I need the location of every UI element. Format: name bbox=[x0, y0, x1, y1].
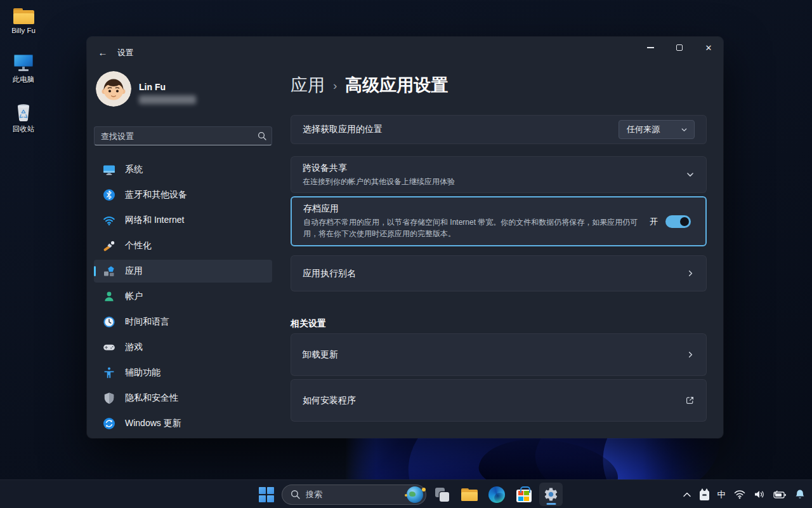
sidebar-item-accessibility[interactable]: 辅助功能 bbox=[94, 361, 272, 384]
setting-row-app-source: 选择获取应用的位置 任何来源 bbox=[291, 115, 707, 144]
related-settings-header: 相关设置 bbox=[291, 318, 326, 330]
desktop-icon-label: 回收站 bbox=[3, 124, 44, 134]
window-controls: ✕ bbox=[636, 37, 723, 58]
settings-search-box[interactable] bbox=[94, 126, 272, 145]
maximize-button[interactable] bbox=[665, 37, 694, 58]
tray-app-icon[interactable] bbox=[700, 489, 709, 500]
search-icon bbox=[291, 490, 300, 499]
setting-description: 在连接到你的帐户的其他设备上继续应用体验 bbox=[303, 176, 686, 187]
wifi-status-icon[interactable] bbox=[734, 490, 745, 499]
edge-button[interactable] bbox=[485, 483, 508, 506]
wallpaper-bloom bbox=[346, 437, 726, 479]
sidebar-item-label: 时间和语言 bbox=[125, 316, 169, 328]
sidebar-item-label: 个性化 bbox=[125, 240, 152, 251]
external-link-icon bbox=[685, 396, 695, 405]
setting-row-app-execution-aliases[interactable]: 应用执行别名 bbox=[291, 255, 707, 291]
desktop-icon-billy-fu[interactable]: Billy Fu bbox=[3, 5, 44, 34]
breadcrumb-parent[interactable]: 应用 bbox=[291, 74, 325, 97]
desktop-icon-this-pc[interactable]: 此电脑 bbox=[3, 53, 44, 84]
gamepad-icon bbox=[103, 341, 115, 354]
settings-window: ← 设置 ✕ Lin Fu bbox=[87, 37, 723, 438]
taskbar-search-placeholder: 搜索 bbox=[306, 489, 401, 500]
notification-bell-icon[interactable] bbox=[795, 489, 805, 500]
volume-status-icon[interactable] bbox=[754, 490, 765, 499]
desktop-icon-recycle-bin[interactable]: 回收站 bbox=[3, 103, 44, 134]
sidebar-item-label: 网络和 Internet bbox=[125, 215, 184, 226]
sidebar-item-personalization[interactable]: 个性化 bbox=[94, 234, 272, 257]
chevron-down-icon[interactable] bbox=[686, 170, 695, 179]
sidebar-item-windows-update[interactable]: Windows 更新 bbox=[94, 412, 272, 435]
breadcrumb-separator-icon: › bbox=[333, 79, 337, 93]
sidebar-item-gaming[interactable]: 游戏 bbox=[94, 336, 272, 359]
page-title: 高级应用设置 bbox=[345, 74, 448, 97]
battery-status-icon[interactable] bbox=[773, 490, 787, 499]
shield-icon bbox=[103, 392, 115, 404]
brush-icon bbox=[103, 239, 115, 252]
folder-icon bbox=[3, 5, 44, 24]
back-arrow-icon: ← bbox=[98, 47, 108, 58]
chevron-down-icon bbox=[681, 126, 688, 133]
window-title: 设置 bbox=[117, 48, 133, 58]
sidebar-item-bluetooth-devices[interactable]: 蓝牙和其他设备 bbox=[94, 184, 272, 206]
profile-name: Lin Fu bbox=[139, 82, 166, 92]
settings-gear-icon bbox=[543, 486, 559, 502]
sidebar-item-accounts[interactable]: 帐户 bbox=[94, 285, 272, 308]
desktop-icon-label: 此电脑 bbox=[3, 75, 44, 84]
task-view-button[interactable] bbox=[430, 483, 454, 506]
chevron-right-icon bbox=[686, 269, 695, 277]
taskbar: 搜索 中 bbox=[0, 479, 812, 508]
settings-app-button[interactable] bbox=[539, 483, 563, 506]
ime-indicator[interactable]: 中 bbox=[717, 489, 726, 500]
close-icon: ✕ bbox=[705, 44, 712, 52]
task-view-icon bbox=[435, 488, 449, 502]
recycle-bin-icon bbox=[3, 103, 44, 122]
taskbar-search[interactable]: 搜索 bbox=[282, 485, 426, 505]
edge-icon bbox=[488, 486, 505, 503]
sidebar-item-label: 应用 bbox=[125, 265, 143, 277]
clock-icon bbox=[103, 316, 115, 328]
setting-row-cross-device-sharing[interactable]: 跨设备共享 在连接到你的帐户的其他设备上继续应用体验 bbox=[291, 156, 707, 193]
system-icon bbox=[103, 163, 115, 176]
close-button[interactable]: ✕ bbox=[694, 37, 723, 58]
sidebar-item-apps[interactable]: 应用 bbox=[94, 260, 272, 283]
sidebar-item-time-language[interactable]: 时间和语言 bbox=[94, 311, 272, 333]
archive-apps-toggle[interactable] bbox=[665, 215, 691, 228]
minimize-button[interactable] bbox=[636, 37, 665, 58]
this-pc-icon bbox=[3, 53, 44, 72]
apps-icon bbox=[103, 265, 115, 277]
setting-title: 选择获取应用的位置 bbox=[303, 124, 383, 135]
search-highlight-globe-icon[interactable] bbox=[407, 486, 423, 503]
toggle-knob bbox=[680, 217, 689, 226]
sidebar-item-label: 辅助功能 bbox=[125, 367, 160, 378]
search-icon bbox=[258, 131, 266, 140]
breadcrumb: 应用 › 高级应用设置 bbox=[291, 74, 448, 97]
accessibility-icon bbox=[103, 366, 115, 379]
desktop-icon-label: Billy Fu bbox=[3, 27, 44, 34]
setting-title: 应用执行别名 bbox=[303, 268, 356, 279]
app-source-dropdown[interactable]: 任何来源 bbox=[619, 120, 695, 139]
avatar[interactable] bbox=[96, 71, 131, 107]
sidebar-item-label: 隐私和安全性 bbox=[125, 392, 178, 404]
accounts-icon bbox=[103, 290, 115, 303]
setting-title: 如何安装程序 bbox=[303, 395, 356, 406]
sidebar-item-system[interactable]: 系统 bbox=[94, 158, 272, 181]
microsoft-store-button[interactable] bbox=[512, 483, 535, 506]
windows-update-icon bbox=[103, 417, 115, 430]
setting-row-how-to-install-programs[interactable]: 如何安装程序 bbox=[291, 379, 707, 422]
file-explorer-button[interactable] bbox=[457, 483, 481, 506]
wifi-icon bbox=[103, 214, 115, 227]
back-button[interactable]: ← bbox=[93, 44, 112, 60]
windows-logo-icon bbox=[259, 487, 274, 502]
sidebar-item-privacy-security[interactable]: 隐私和安全性 bbox=[94, 387, 272, 410]
sidebar-item-label: 系统 bbox=[125, 164, 143, 175]
chevron-right-icon bbox=[686, 351, 695, 359]
tray-chevron-up-icon[interactable] bbox=[683, 491, 691, 498]
minimize-icon bbox=[647, 47, 654, 48]
bluetooth-icon bbox=[103, 189, 115, 201]
profile-email-redacted bbox=[139, 95, 196, 104]
dropdown-value: 任何来源 bbox=[627, 124, 660, 135]
sidebar-item-network-internet[interactable]: 网络和 Internet bbox=[94, 209, 272, 232]
settings-search-input[interactable] bbox=[101, 131, 258, 141]
start-button[interactable] bbox=[254, 483, 278, 506]
setting-row-uninstall-updates[interactable]: 卸载更新 bbox=[291, 333, 707, 376]
